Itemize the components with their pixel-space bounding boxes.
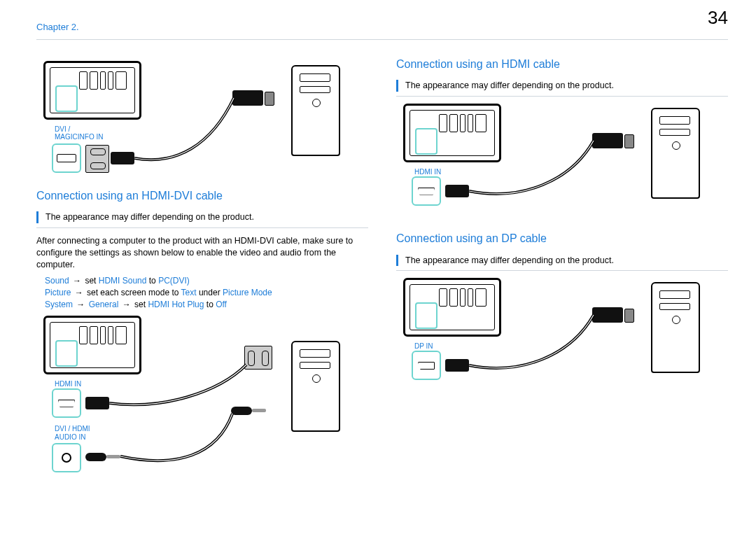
section-title-hdmi: Connection using an HDMI cable bbox=[396, 57, 728, 72]
section-title-hdmi-dvi: Connection using an HDMI-DVI cable bbox=[36, 188, 368, 204]
cable-icon bbox=[396, 104, 728, 223]
note-text: The appearance may differ depending on t… bbox=[405, 255, 614, 267]
menu-path-sound: Sound → set HDMI Sound to PC(DVI) bbox=[45, 275, 368, 286]
note-bar: The appearance may differ depending on t… bbox=[396, 252, 728, 272]
manual-page: 34 Chapter 2. DVI / MAGICINFO I bbox=[0, 0, 756, 534]
menu-path-system: System → General → set HDMI Hot Plug to … bbox=[45, 299, 368, 310]
section-title-dp: Connection using an DP cable bbox=[396, 231, 728, 246]
note-bar: The appearance may differ depending on t… bbox=[36, 209, 368, 228]
note-accent-icon bbox=[36, 211, 38, 223]
note-accent-icon bbox=[396, 80, 398, 92]
left-column: DVI / MAGICINFO IN Connection using an H… bbox=[36, 57, 368, 489]
diagram-hdmi: HDMI IN bbox=[396, 104, 728, 223]
two-column-layout: DVI / MAGICINFO IN Connection using an H… bbox=[36, 57, 728, 489]
diagram-dp: DP IN bbox=[396, 278, 728, 397]
note-text: The appearance may differ depending on t… bbox=[46, 211, 254, 223]
cable-icon bbox=[396, 278, 728, 397]
right-column: Connection using an HDMI cable The appea… bbox=[396, 57, 728, 489]
note-bar: The appearance may differ depending on t… bbox=[396, 77, 728, 97]
diagram-hdmi-dvi-audio: HDMI IN DVI / HDMI AUDIO IN bbox=[36, 316, 368, 484]
cable-icon bbox=[36, 61, 368, 180]
top-rule bbox=[36, 39, 728, 40]
page-number: 34 bbox=[708, 6, 728, 30]
note-accent-icon bbox=[396, 255, 398, 267]
note-text: The appearance may differ depending on t… bbox=[405, 80, 614, 92]
menu-path-picture: Picture → set each screen mode to Text u… bbox=[45, 287, 368, 298]
chapter-label: Chapter 2. bbox=[36, 21, 728, 34]
diagram-dvi-magicinfo: DVI / MAGICINFO IN bbox=[36, 61, 368, 180]
cable-icon bbox=[36, 316, 368, 484]
body-paragraph: After connecting a computer to the produ… bbox=[36, 235, 368, 271]
